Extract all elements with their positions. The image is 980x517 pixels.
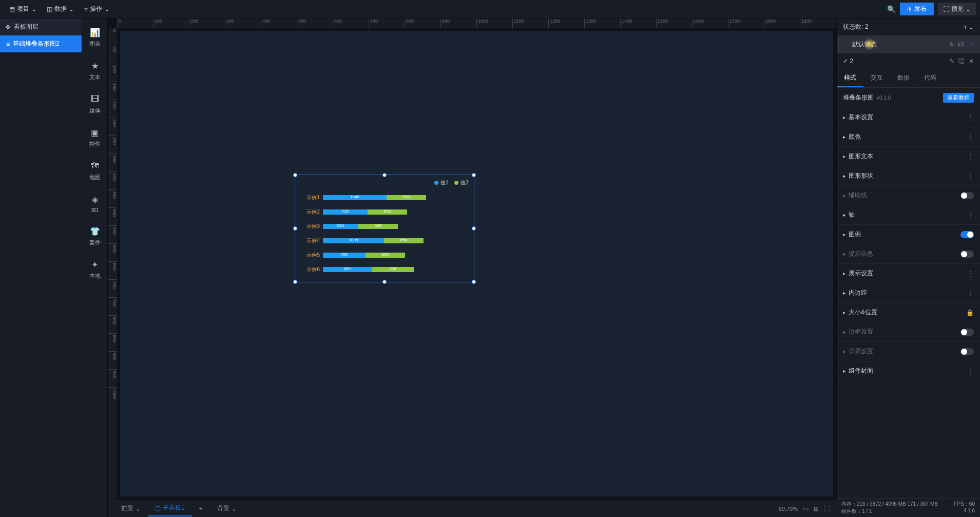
bar-track: 1005650 bbox=[323, 238, 469, 243]
copy-icon[interactable]: ⿻ bbox=[958, 58, 965, 65]
toggle-legend[interactable] bbox=[960, 231, 974, 238]
palette-kit[interactable]: 👕套件 bbox=[89, 225, 101, 246]
check-icon: ✓ bbox=[843, 58, 848, 65]
resize-handle-tl[interactable] bbox=[293, 173, 297, 177]
drag-icon: ≡ bbox=[6, 41, 10, 48]
toggle-tooltip[interactable] bbox=[960, 251, 974, 258]
bar-row: 示例6800700 bbox=[300, 266, 469, 273]
section-shape[interactable]: ▸图形形状⋮ bbox=[837, 166, 980, 186]
resize-handle-ml[interactable] bbox=[293, 226, 297, 231]
bar-row: 示例3580650 bbox=[300, 223, 469, 230]
palette-local[interactable]: ✦本地 bbox=[89, 259, 101, 280]
bar-segment: 700 bbox=[323, 253, 366, 258]
resize-handle-bc[interactable] bbox=[382, 280, 387, 284]
chevron-down-icon[interactable]: ⌄ bbox=[969, 24, 974, 31]
fullscreen-icon[interactable]: ⛶ bbox=[824, 505, 830, 512]
bar-value: 1048 bbox=[350, 195, 359, 199]
file-icon: ▤ bbox=[9, 6, 15, 13]
copy-icon[interactable]: ⿻ bbox=[958, 41, 965, 48]
palette-chart[interactable]: 📊图表 bbox=[89, 27, 101, 48]
tab-subboard[interactable]: ▢子看板1 bbox=[148, 501, 192, 516]
palette-3d[interactable]: ◈3D bbox=[89, 194, 101, 213]
tab-code[interactable]: 代码 bbox=[917, 69, 944, 87]
edit-icon[interactable]: ✎ bbox=[949, 41, 954, 48]
resize-handle-bl[interactable] bbox=[293, 280, 297, 284]
preview-button[interactable]: ⛶ 预览 ⌄ bbox=[938, 3, 976, 15]
tab-background[interactable]: 背景⌄ bbox=[210, 501, 244, 516]
tab-add[interactable]: + bbox=[192, 502, 210, 515]
layer-panel-header: ❖ 看板图层 bbox=[0, 18, 82, 35]
bar-value: 700 bbox=[341, 252, 348, 257]
section-cover[interactable]: ▸组件封面⋮ bbox=[837, 361, 980, 381]
section-guide[interactable]: ▸辅助线 bbox=[837, 186, 980, 205]
grid-toggle-icon[interactable]: ⊞ bbox=[814, 505, 819, 512]
kit-icon: 👕 bbox=[89, 225, 101, 237]
resize-handle-tc[interactable] bbox=[382, 173, 387, 177]
bar-value: 650 bbox=[384, 209, 391, 214]
toggle-background[interactable] bbox=[960, 348, 974, 355]
state-default[interactable]: 默认状态 ✎ ⿻ ✕ bbox=[837, 36, 980, 53]
tab-foreground[interactable]: 前景⌄ bbox=[114, 501, 148, 516]
resize-handle-mr[interactable] bbox=[472, 226, 476, 231]
bar-value: 650 bbox=[403, 195, 410, 199]
expand-icon: ⛶ bbox=[943, 6, 949, 13]
publish-button[interactable]: ✈ 发布 bbox=[900, 3, 934, 15]
tab-style[interactable]: 样式 bbox=[837, 69, 863, 87]
edit-icon[interactable]: ✎ bbox=[949, 58, 954, 65]
close-icon[interactable]: ✕ bbox=[969, 41, 974, 48]
section-border[interactable]: ▸边框设置 bbox=[837, 322, 980, 342]
toggle-border[interactable] bbox=[960, 329, 974, 336]
section-legend[interactable]: ▸图例 bbox=[837, 225, 980, 244]
lock-icon[interactable]: 🔒 bbox=[966, 309, 974, 316]
menu-operation[interactable]: ⌗ 操作 ⌄ bbox=[79, 3, 114, 15]
bar-track: 700650 bbox=[323, 253, 469, 258]
toggle-guide[interactable] bbox=[960, 192, 974, 199]
menu-data[interactable]: ◫ 数据 ⌄ bbox=[42, 3, 79, 15]
bar-track: 735650 bbox=[323, 209, 469, 215]
section-background[interactable]: ▸背景设置 bbox=[837, 342, 980, 361]
section-text[interactable]: ▸图形文本⋮ bbox=[837, 147, 980, 166]
bar-segment: 580 bbox=[323, 224, 358, 229]
layer-panel-title: 看板图层 bbox=[14, 23, 39, 31]
section-axis[interactable]: ▸轴⋮ bbox=[837, 205, 980, 225]
bar-segment: 1005 bbox=[323, 238, 384, 243]
close-icon[interactable]: ✕ bbox=[969, 58, 974, 65]
section-padding[interactable]: ▸内边距⋮ bbox=[837, 283, 980, 303]
fit-icon[interactable]: ▭ bbox=[803, 505, 809, 512]
plus-icon[interactable]: + bbox=[964, 24, 967, 31]
bar-label: 示例5 bbox=[300, 252, 323, 259]
layer-item-stacked-bar[interactable]: ≡ 基础堆叠条形图2 bbox=[0, 35, 82, 52]
bar-segment: 650 bbox=[358, 224, 398, 229]
section-basic[interactable]: ▸基本设置⋮ bbox=[837, 108, 980, 127]
section-size[interactable]: ▸大小&位置🔒 bbox=[837, 303, 980, 322]
layer-panel: ❖ 看板图层 ≡ 基础堆叠条形图2 bbox=[0, 18, 82, 517]
bar-value: 650 bbox=[400, 238, 407, 242]
bar-value: 735 bbox=[342, 209, 349, 214]
tutorial-button[interactable]: 查看教程 bbox=[943, 93, 974, 103]
section-tooltip[interactable]: ▸提示信息 bbox=[837, 244, 980, 264]
bar-label: 示例3 bbox=[300, 223, 323, 230]
palette-text[interactable]: ★文本 bbox=[89, 60, 101, 81]
state-2[interactable]: ✓ 2 ✎ ⿻ ✕ bbox=[837, 53, 980, 69]
canvas[interactable]: 值1 值2 示例11048650示例2735650示例3580650示例4100… bbox=[120, 31, 833, 496]
tab-data[interactable]: 数据 bbox=[890, 69, 917, 87]
menu-project[interactable]: ▤ 项目 ⌄ bbox=[4, 3, 42, 15]
search-icon[interactable]: 🔍 bbox=[887, 5, 896, 13]
palette-media[interactable]: 🎞媒体 bbox=[89, 93, 101, 114]
board-icon: ▢ bbox=[155, 505, 161, 512]
section-color[interactable]: ▸颜色⋮ bbox=[837, 127, 980, 147]
bar-track: 580650 bbox=[323, 224, 469, 229]
resize-handle-tr[interactable] bbox=[472, 173, 476, 177]
chart-stacked-bar[interactable]: 值1 值2 示例11048650示例2735650示例3580650示例4100… bbox=[295, 175, 474, 282]
section-display[interactable]: ▸展示设置⋮ bbox=[837, 264, 980, 283]
bar-row: 示例5700650 bbox=[300, 252, 469, 259]
component-title-row: 堆叠条形图v0.1.0 查看教程 bbox=[837, 88, 980, 108]
database-icon: ◫ bbox=[47, 6, 52, 13]
bar-segment: 650 bbox=[366, 253, 405, 258]
palette-control[interactable]: ▣控件 bbox=[89, 127, 101, 148]
resize-handle-br[interactable] bbox=[472, 280, 476, 284]
tab-interact[interactable]: 交互 bbox=[863, 69, 890, 87]
palette-map[interactable]: 🗺地图 bbox=[89, 160, 101, 181]
bar-value: 800 bbox=[344, 266, 351, 271]
chevron-down-icon: ⌄ bbox=[104, 6, 109, 13]
